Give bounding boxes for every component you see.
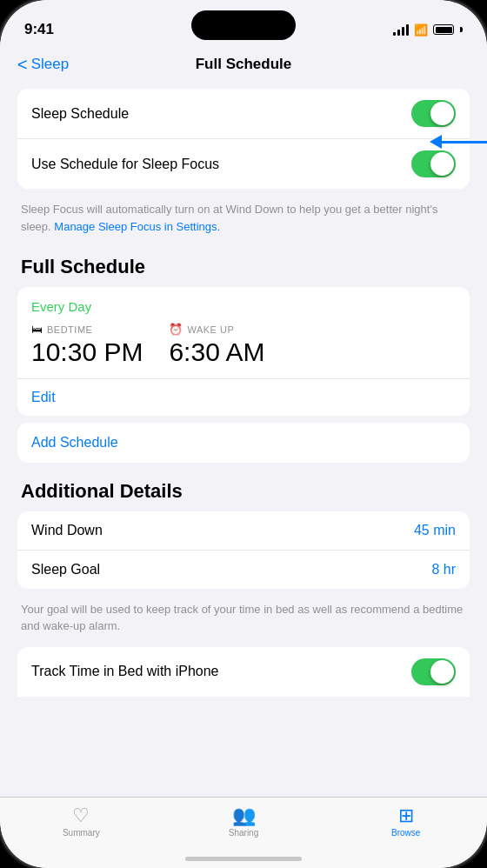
arrow-annotation <box>430 135 487 149</box>
tab-sharing[interactable]: 👥 Sharing <box>163 806 325 838</box>
use-schedule-row[interactable]: Use Schedule for Sleep Focus <box>17 139 470 189</box>
track-time-label: Track Time in Bed with iPhone <box>31 664 219 679</box>
wind-down-value: 45 min <box>414 523 456 538</box>
use-schedule-label: Use Schedule for Sleep Focus <box>31 157 219 172</box>
toggle-knob <box>430 102 454 125</box>
content-area: Sleep Schedule Use Schedule for Sleep Fo… <box>0 82 487 797</box>
sleep-schedule-row[interactable]: Sleep Schedule <box>17 89 470 139</box>
edit-row[interactable]: Edit <box>17 379 470 416</box>
wakeup-label: WAKE UP <box>187 324 234 335</box>
time-row: 🛏 BEDTIME 10:30 PM ⏰ WAKE UP 6:30 AM <box>31 323 456 366</box>
chevron-left-icon: < <box>17 56 28 73</box>
bedtime-col: 🛏 BEDTIME 10:30 PM <box>31 323 143 366</box>
sleep-schedule-label: Sleep Schedule <box>31 106 129 122</box>
tab-summary[interactable]: ♡ Summary <box>0 806 163 838</box>
sleep-focus-info: Sleep Focus will automatically turn on a… <box>17 196 470 247</box>
sleep-goal-label: Sleep Goal <box>31 562 100 578</box>
browse-tab-label: Browse <box>391 828 420 838</box>
track-time-row[interactable]: Track Time in Bed with iPhone <box>17 647 470 697</box>
alarm-icon: ⏰ <box>169 323 183 336</box>
wind-down-row[interactable]: Wind Down 45 min <box>17 511 470 551</box>
full-schedule-heading: Full Schedule <box>21 256 466 278</box>
summary-tab-label: Summary <box>63 828 100 838</box>
browse-icon: ⊞ <box>398 806 414 825</box>
use-schedule-toggle[interactable] <box>411 150 456 177</box>
wind-down-label: Wind Down <box>31 523 103 538</box>
wifi-icon: 📶 <box>414 23 428 37</box>
toggle-knob-2 <box>430 152 454 176</box>
add-schedule-button[interactable]: Add Schedule <box>31 435 118 450</box>
tab-browse[interactable]: ⊞ Browse <box>324 806 487 838</box>
bedtime-value: 10:30 PM <box>31 337 143 366</box>
manage-sleep-focus-link[interactable]: Manage Sleep Focus in Settings. <box>54 220 220 233</box>
back-button[interactable]: < Sleep <box>17 56 69 73</box>
add-schedule-card[interactable]: Add Schedule <box>17 423 470 463</box>
track-time-card[interactable]: Track Time in Bed with iPhone <box>17 647 470 697</box>
dynamic-island <box>191 10 296 40</box>
wakeup-value: 6:30 AM <box>169 337 264 366</box>
status-icons: 📶 <box>393 23 463 37</box>
additional-details-heading: Additional Details <box>21 480 466 503</box>
home-indicator <box>185 857 302 861</box>
nav-header: < Sleep Full Schedule <box>0 47 487 82</box>
bedtime-label: BEDTIME <box>47 324 92 335</box>
status-time: 9:41 <box>24 21 54 38</box>
edit-link[interactable]: Edit <box>31 390 56 404</box>
sharing-icon: 👥 <box>232 806 256 825</box>
track-time-toggle[interactable] <box>411 658 456 685</box>
toggle-knob-3 <box>430 660 454 684</box>
back-label: Sleep <box>31 56 69 73</box>
battery-tip <box>460 27 463 32</box>
battery-icon <box>433 24 454 35</box>
sleep-goal-value: 8 hr <box>431 562 456 578</box>
arrow-line <box>442 141 487 144</box>
toggle-card: Sleep Schedule Use Schedule for Sleep Fo… <box>17 89 470 189</box>
bed-icon: 🛏 <box>31 323 43 336</box>
arrow-head <box>430 135 442 149</box>
signal-icon <box>393 23 409 36</box>
heart-icon: ♡ <box>72 806 90 825</box>
sleep-schedule-toggle[interactable] <box>411 100 456 127</box>
sharing-tab-label: Sharing <box>229 828 258 838</box>
every-day-label: Every Day <box>31 299 456 314</box>
wakeup-col: ⏰ WAKE UP 6:30 AM <box>169 323 264 366</box>
goal-info-text: Your goal will be used to keep track of … <box>17 596 470 647</box>
sleep-goal-row[interactable]: Sleep Goal 8 hr <box>17 551 470 589</box>
schedule-card: Every Day 🛏 BEDTIME 10:30 PM ⏰ <box>17 287 470 416</box>
page-title: Full Schedule <box>196 56 292 73</box>
details-card: Wind Down 45 min Sleep Goal 8 hr <box>17 511 470 589</box>
